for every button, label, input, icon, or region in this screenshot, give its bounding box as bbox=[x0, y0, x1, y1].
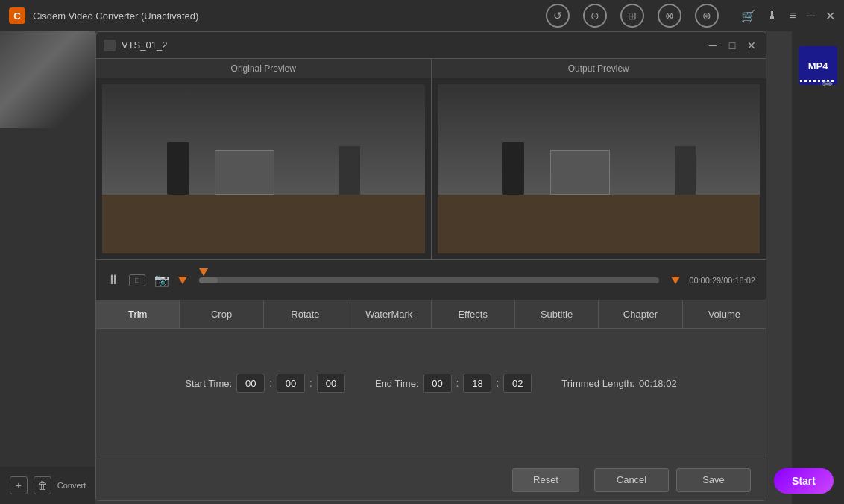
mp4-label: MP4 bbox=[808, 60, 828, 72]
close-button[interactable]: ✕ bbox=[825, 9, 835, 23]
timecode-display: 00:00:29/00:18:02 bbox=[689, 276, 755, 285]
trimmed-length-label: Trimmed Length: bbox=[561, 378, 634, 389]
tab-crop[interactable]: Crop bbox=[180, 300, 263, 328]
modal-minimize-button[interactable]: ─ bbox=[706, 39, 719, 52]
end-time-group: End Time: : : bbox=[375, 374, 532, 393]
start-hour-input[interactable] bbox=[236, 374, 265, 393]
pause-button[interactable]: ⏸ bbox=[107, 272, 120, 288]
tab-rotate[interactable]: Rotate bbox=[264, 300, 347, 328]
start-button[interactable]: Start bbox=[774, 468, 834, 494]
pencil-icon[interactable]: ✏ bbox=[822, 76, 834, 92]
nav-icon-5[interactable]: ⊛ bbox=[695, 4, 719, 28]
right-panel: MP4 ✏ bbox=[792, 31, 844, 504]
convert-label: Convert bbox=[57, 481, 86, 490]
minimize-button[interactable]: ─ bbox=[807, 9, 815, 23]
original-video-frame bbox=[102, 84, 425, 253]
output-video-frame bbox=[438, 84, 760, 253]
thumbnail-image bbox=[0, 31, 95, 128]
end-minute-input[interactable] bbox=[463, 374, 491, 393]
timeline-progress bbox=[199, 277, 218, 283]
tab-watermark[interactable]: WaterMark bbox=[347, 300, 431, 328]
app-nav-icons: ↺ ⊙ ⊞ ⊗ ⊛ bbox=[546, 4, 719, 28]
output-figure-right bbox=[675, 146, 696, 195]
start-marker bbox=[199, 268, 208, 276]
modal-title: VTS_01_2 bbox=[122, 40, 706, 51]
end-sep-1: : bbox=[456, 377, 459, 389]
modal-footer: Reset Cancel Save bbox=[96, 459, 766, 500]
nav-icon-1[interactable]: ↺ bbox=[546, 4, 570, 28]
output-preview-panel: Output Preview bbox=[432, 59, 766, 259]
video-thumbnail[interactable] bbox=[0, 31, 95, 128]
frame-button[interactable]: □ bbox=[129, 274, 145, 286]
timeline-track[interactable] bbox=[199, 277, 659, 283]
modal-title-icon bbox=[104, 40, 116, 51]
scene-floor bbox=[102, 195, 425, 253]
start-time-group: Start Time: : : bbox=[185, 374, 345, 393]
figure-left bbox=[167, 142, 189, 195]
cancel-button[interactable]: Cancel bbox=[594, 468, 669, 492]
app-titlebar: C Cisdem Video Converter (Unactivated) ↺… bbox=[0, 0, 844, 31]
reset-button[interactable]: Reset bbox=[512, 468, 579, 492]
start-button-label: Start bbox=[792, 475, 816, 487]
timeline-right-marker bbox=[671, 277, 680, 284]
footer-buttons: Cancel Save bbox=[594, 468, 751, 492]
original-preview-panel: Original Preview bbox=[96, 59, 431, 259]
time-row: Start Time: : : End Time: : : Trimmed Le… bbox=[111, 374, 751, 393]
trim-content: Start Time: : : End Time: : : Trimmed Le… bbox=[96, 329, 766, 459]
end-time-label: End Time: bbox=[375, 378, 419, 389]
start-sep-1: : bbox=[269, 377, 272, 389]
timeline-left-marker bbox=[178, 277, 187, 284]
tab-trim[interactable]: Trim bbox=[96, 300, 180, 328]
end-hour-input[interactable] bbox=[423, 374, 452, 393]
app-window-controls: 🛒 🌡 ≡ ─ ✕ bbox=[741, 9, 835, 23]
trimmed-length-value: 00:18:02 bbox=[639, 378, 677, 389]
preview-area: Original Preview Output Preview bbox=[96, 59, 766, 260]
app-logo-text: C bbox=[13, 10, 20, 22]
original-video-scene bbox=[102, 84, 425, 253]
end-second-input[interactable] bbox=[503, 374, 532, 393]
modal-close-button[interactable]: ✕ bbox=[745, 39, 758, 52]
app-title: Cisdem Video Converter (Unactivated) bbox=[33, 10, 538, 22]
add-file-button[interactable]: + bbox=[10, 476, 28, 494]
end-sep-2: : bbox=[496, 377, 499, 389]
output-scene-floor bbox=[438, 195, 760, 253]
modal-dialog: VTS_01_2 ─ □ ✕ Original Preview bbox=[95, 31, 766, 501]
nav-icon-3[interactable]: ⊞ bbox=[620, 4, 644, 28]
screenshot-button[interactable]: 📷 bbox=[154, 273, 169, 287]
timeline-container bbox=[178, 277, 187, 284]
machine bbox=[215, 150, 274, 195]
left-panel: + 🗑 Convert bbox=[0, 31, 95, 504]
output-preview-label: Output Preview bbox=[432, 59, 766, 78]
modal-window-controls: ─ □ ✕ bbox=[706, 39, 758, 52]
playback-bar: ⏸ □ 📷 00:00:29/00:18:02 bbox=[96, 260, 766, 300]
tab-subtitle[interactable]: Subtitle bbox=[515, 300, 599, 328]
modal-maximize-button[interactable]: □ bbox=[725, 39, 739, 52]
tabs-bar: Trim Crop Rotate WaterMark Effects Subti… bbox=[96, 300, 766, 329]
tab-volume[interactable]: Volume bbox=[683, 300, 766, 328]
output-figure-left bbox=[502, 142, 524, 195]
start-time-label: Start Time: bbox=[185, 378, 232, 389]
output-video-scene bbox=[438, 84, 760, 253]
trimmed-length-group: Trimmed Length: 00:18:02 bbox=[561, 378, 676, 389]
delete-button[interactable]: 🗑 bbox=[34, 476, 51, 494]
start-minute-input[interactable] bbox=[277, 374, 305, 393]
original-preview-label: Original Preview bbox=[96, 59, 431, 78]
app-logo: C bbox=[9, 7, 25, 24]
figure-right bbox=[339, 146, 360, 195]
settings-icon[interactable]: 🌡 bbox=[766, 9, 778, 23]
bottom-add-bar: + 🗑 Convert bbox=[0, 467, 95, 504]
tab-effects[interactable]: Effects bbox=[432, 300, 515, 328]
cart-icon[interactable]: 🛒 bbox=[741, 9, 756, 23]
start-second-input[interactable] bbox=[317, 374, 345, 393]
menu-icon[interactable]: ≡ bbox=[789, 9, 796, 23]
nav-icon-2[interactable]: ⊙ bbox=[583, 4, 607, 28]
modal-titlebar: VTS_01_2 ─ □ ✕ bbox=[96, 32, 766, 59]
tab-chapter[interactable]: Chapter bbox=[599, 300, 682, 328]
start-sep-2: : bbox=[309, 377, 312, 389]
output-machine bbox=[550, 150, 610, 195]
nav-icon-4[interactable]: ⊗ bbox=[658, 4, 681, 28]
save-button[interactable]: Save bbox=[676, 468, 751, 492]
